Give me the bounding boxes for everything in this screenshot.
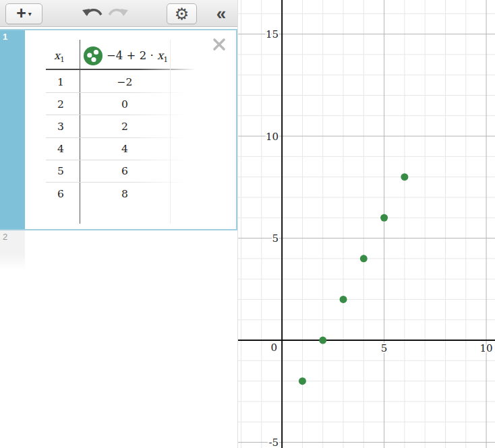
close-expression-button[interactable] (212, 37, 227, 52)
add-expression-button[interactable]: + ▾ (5, 3, 42, 24)
table-col1-header[interactable]: x1 (54, 49, 65, 64)
table-cell-x[interactable]: 4 (57, 143, 64, 155)
collapse-panel-button[interactable]: « (208, 1, 235, 26)
close-icon (214, 40, 224, 49)
redo-button[interactable] (107, 6, 129, 21)
desmos-app: + ▾ ⚙ « 1 (0, 0, 495, 448)
caret-down-icon: ▾ (28, 10, 32, 18)
data-point[interactable] (380, 214, 388, 222)
table-rows: 1 −2 2 0 3 2 4 4 5 6 (0, 71, 237, 205)
table-cell-y[interactable]: 6 (121, 165, 128, 177)
data-point[interactable] (401, 173, 408, 181)
gear-icon: ⚙ (175, 6, 190, 22)
table-row: 1 −2 (0, 71, 237, 93)
table-cell-x[interactable]: 6 (57, 188, 64, 200)
y-axis-tick-label: 15 (266, 28, 279, 40)
table-row: 2 0 (0, 93, 237, 115)
table-cell-y[interactable]: 0 (121, 98, 128, 110)
expression-index-label: 1 (3, 32, 7, 42)
table-col2-header[interactable]: −4 + 2 · x1 (107, 49, 168, 64)
data-point[interactable] (319, 337, 326, 344)
y-axis-tick-label: 5 (272, 232, 279, 245)
data-point[interactable] (340, 296, 347, 303)
settings-button[interactable]: ⚙ (167, 3, 197, 24)
table-cell-y[interactable]: 2 (121, 121, 128, 133)
collapse-panel-icon: « (216, 3, 226, 24)
table-cell-y[interactable]: −2 (117, 76, 133, 88)
graph-canvas[interactable]: 51015105-50 (238, 0, 495, 448)
table-cell-y[interactable]: 8 (121, 188, 128, 200)
table-row: 6 8 (0, 183, 237, 205)
expression-item-table[interactable]: 1 x1 −4 + 2 · x1 (0, 29, 237, 230)
table-row: 4 4 (0, 138, 237, 160)
x-axis-tick-label: 5 (381, 342, 388, 354)
table-row: 3 2 (0, 115, 237, 137)
y-axis-tick-label: 10 (266, 131, 279, 143)
expression-panel: 1 x1 −4 + 2 · x1 (0, 27, 237, 448)
redo-icon (109, 9, 128, 16)
table-cell-x[interactable]: 2 (57, 98, 64, 110)
table-cell-x[interactable]: 5 (57, 165, 64, 177)
table-cell-y[interactable]: 4 (121, 143, 128, 155)
toolbar: + ▾ ⚙ « (0, 0, 237, 27)
expression-index-label: 2 (3, 232, 7, 242)
table-row: 5 6 (0, 160, 237, 183)
undo-button[interactable] (81, 6, 104, 21)
y-axis-tick-label: -5 (269, 437, 279, 448)
data-point[interactable] (360, 255, 368, 262)
expression-item-empty[interactable]: 2 (0, 230, 237, 271)
expression-index-gutter[interactable]: 2 (0, 230, 25, 271)
table-header-underline (46, 69, 196, 70)
plus-icon: + (16, 5, 26, 22)
points-style-icon[interactable] (83, 46, 103, 66)
data-point[interactable] (299, 377, 306, 385)
table-cell-x[interactable]: 3 (57, 121, 64, 133)
undo-icon (82, 9, 101, 16)
table-cell-x[interactable]: 1 (57, 76, 64, 88)
origin-label: 0 (271, 342, 278, 354)
graph-pane: 51015105-50 (237, 0, 495, 448)
x-axis-tick-label: 10 (480, 342, 493, 354)
